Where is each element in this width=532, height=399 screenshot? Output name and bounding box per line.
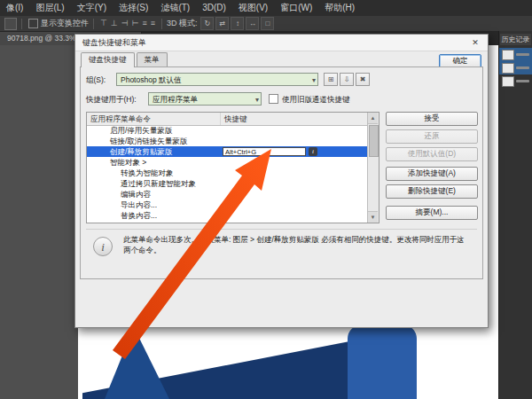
- legacy-channel-checkbox[interactable]: [269, 94, 278, 104]
- divider: [93, 19, 94, 29]
- tab-menus[interactable]: 菜单: [137, 52, 168, 66]
- table-scrollbar[interactable]: ▲ ▼: [367, 113, 379, 223]
- shortcut-input[interactable]: Alt+Ctrl+G: [223, 147, 306, 156]
- command-label: 启用/停用矢量蒙版: [87, 125, 220, 136]
- command-label: 转换为智能对象: [87, 168, 220, 178]
- align-icon[interactable]: ⊥: [109, 19, 120, 27]
- history-state-label: [516, 80, 529, 82]
- photoshop-window: 像(I)图层(L)文字(Y)选择(S)滤镜(T)3D(D)视图(V)窗口(W)帮…: [0, 0, 532, 399]
- info-area: i 此菜单命令出现多次。画板菜单: 图层 > 创建/释放剪贴蒙版 必须有相同的快…: [86, 229, 477, 276]
- menu-item[interactable]: 选择(S): [113, 0, 154, 16]
- shortcuts-table: 应用程序菜单命令 快捷键 启用/停用矢量蒙版链接/取消链接矢量蒙版创建/释放剪贴…: [86, 112, 379, 223]
- shortcut-column-header: 快捷键: [220, 113, 379, 125]
- command-label: 链接/取消链接矢量蒙版: [87, 136, 220, 146]
- use-default-button[interactable]: 使用默认值(D): [386, 147, 478, 161]
- chevron-down-icon: ▾: [312, 74, 316, 86]
- menu-item[interactable]: 窗口(W): [274, 0, 318, 16]
- menu-item[interactable]: 3D(D): [196, 0, 232, 16]
- menu-item[interactable]: 帮助(H): [318, 0, 361, 16]
- history-thumbnail: [502, 76, 514, 87]
- save-set-icon[interactable]: ⇩: [340, 73, 354, 86]
- align-icon[interactable]: ⊣: [120, 19, 130, 27]
- command-label: 通过拷贝新建智能对象: [87, 178, 220, 189]
- accept-button[interactable]: 接受: [386, 112, 478, 126]
- info-icon: i: [93, 237, 113, 256]
- add-shortcut-button[interactable]: 添加快捷键(A): [386, 167, 478, 181]
- 3d-mode-icon[interactable]: ↕: [231, 17, 244, 30]
- shortcut-row[interactable]: 链接/取消链接矢量蒙版: [87, 136, 368, 146]
- history-state-row[interactable]: [499, 48, 532, 61]
- show-transform-checkbox[interactable]: [28, 19, 38, 28]
- menu-item[interactable]: 滤镜(T): [154, 0, 196, 16]
- menu-bar: 像(I)图层(L)文字(Y)选择(S)滤镜(T)3D(D)视图(V)窗口(W)帮…: [0, 0, 532, 17]
- summarize-button[interactable]: 摘要(M)...: [386, 206, 478, 220]
- 3d-mode-label: 3D 模式:: [167, 18, 198, 29]
- align-icon[interactable]: ⊤: [98, 19, 109, 27]
- table-header: 应用程序菜单命令 快捷键: [87, 113, 379, 126]
- menu-item[interactable]: 文字(Y): [71, 0, 113, 16]
- command-label: 智能对象 >: [87, 157, 220, 168]
- history-state-row[interactable]: [499, 74, 532, 88]
- shortcut-set-value: Photoshop 默认值: [121, 75, 182, 84]
- options-bar: 显示变换控件 ⊤⊥⊣⊢≡≡ 3D 模式: ↻⇄↕↔□: [0, 16, 532, 32]
- shortcut-set-select[interactable]: Photoshop 默认值 ▾: [116, 73, 318, 86]
- menu-item[interactable]: 像(I): [0, 0, 29, 16]
- 3d-mode-icon[interactable]: ↻: [200, 17, 214, 30]
- history-state-label: [516, 66, 529, 69]
- command-label: 创建/释放剪贴蒙版: [87, 146, 220, 157]
- menu-item[interactable]: 视图(V): [232, 0, 274, 16]
- command-label: 编辑内容: [87, 189, 220, 200]
- shortcut-row[interactable]: 创建/释放剪贴蒙版Alt+Ctrl+Gi: [87, 146, 368, 157]
- history-state-label: [516, 53, 529, 56]
- chevron-down-icon: ▾: [255, 93, 259, 106]
- shortcut-row[interactable]: 替换内容...: [87, 210, 368, 221]
- align-icon[interactable]: ⊢: [130, 19, 141, 27]
- close-icon[interactable]: ✕: [463, 35, 488, 51]
- delete-set-icon[interactable]: ✖: [356, 73, 370, 86]
- shortcut-row[interactable]: 编辑内容: [87, 189, 368, 200]
- 3d-mode-icons-group: ↻⇄↕↔□: [200, 17, 275, 30]
- info-text: 此菜单命令出现多次。画板菜单: 图层 > 创建/释放剪贴蒙版 必须有相同的快捷键…: [123, 234, 471, 255]
- 3d-mode-icon[interactable]: ↔: [246, 17, 259, 30]
- dialog-title: 键盘快捷键和菜单: [75, 35, 488, 51]
- shortcut-row[interactable]: 转换为智能对象: [87, 168, 368, 178]
- legacy-channel-label: 使用旧版通道快捷键: [282, 95, 350, 106]
- menu-item[interactable]: 图层(L): [29, 0, 70, 16]
- blue-rounded-shape: [348, 325, 417, 399]
- command-label: 导出内容...: [87, 200, 220, 210]
- 3d-mode-icon[interactable]: □: [261, 17, 274, 30]
- align-icons-group: ⊤⊥⊣⊢≡≡: [98, 16, 157, 31]
- shortcut-row[interactable]: 通过拷贝新建智能对象: [87, 178, 368, 189]
- tool-preset-icon[interactable]: [4, 18, 17, 30]
- align-icon[interactable]: ≡: [149, 19, 157, 27]
- delete-shortcut-button[interactable]: 删除快捷键(E): [386, 184, 478, 199]
- divider: [21, 19, 22, 29]
- 3d-mode-icon[interactable]: ⇄: [215, 17, 229, 30]
- history-panel-title[interactable]: 历史记录: [500, 34, 531, 45]
- conflict-info-icon: i: [309, 147, 317, 156]
- scrollbar-thumb[interactable]: [369, 125, 379, 157]
- shortcuts-for-value: 应用程序菜单: [153, 95, 198, 104]
- shortcut-row[interactable]: 智能对象 >: [87, 157, 368, 168]
- undo-button[interactable]: 还原: [386, 129, 478, 144]
- tab-content-panel: 组(S): Photoshop 默认值 ▾ ⊞ ⇩ ✖ 快捷键用于(H): 应用…: [80, 66, 483, 279]
- align-icon[interactable]: ≡: [140, 19, 148, 27]
- scroll-down-icon[interactable]: ▼: [368, 211, 378, 223]
- tab-keyboard-shortcuts[interactable]: 键盘快捷键: [81, 52, 135, 67]
- shortcuts-for-select[interactable]: 应用程序菜单 ▾: [148, 92, 262, 106]
- keyboard-shortcuts-dialog: 键盘快捷键和菜单 ✕ 确定 取消 键盘快捷键 菜单 组(S): Photosho…: [74, 34, 489, 328]
- history-thumbnail: [502, 63, 514, 74]
- command-column-header: 应用程序菜单命令: [87, 113, 220, 125]
- history-state-row[interactable]: [499, 61, 532, 74]
- show-transform-label: 显示变换控件: [41, 18, 89, 29]
- table-body: 启用/停用矢量蒙版链接/取消链接矢量蒙版创建/释放剪贴蒙版Alt+Ctrl+Gi…: [87, 125, 368, 223]
- dialog-title-bar[interactable]: 键盘快捷键和菜单 ✕: [75, 35, 488, 51]
- new-set-icon[interactable]: ⊞: [324, 73, 338, 86]
- divider: [161, 19, 162, 29]
- history-panel: 历史记录: [498, 31, 532, 399]
- set-label: 组(S):: [86, 75, 106, 86]
- scroll-up-icon[interactable]: ▲: [368, 113, 378, 124]
- shortcut-row[interactable]: 启用/停用矢量蒙版: [87, 125, 368, 136]
- history-states-list: [499, 48, 532, 88]
- shortcut-row[interactable]: 导出内容...: [87, 200, 368, 210]
